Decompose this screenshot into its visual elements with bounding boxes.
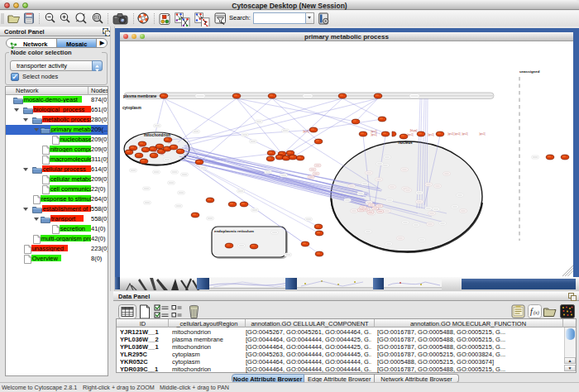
svg-text:plasma membrane: plasma membrane bbox=[123, 94, 157, 98]
svg-text:[qrs1]: [qrs1] bbox=[448, 132, 454, 136]
svg-text:[hk,pq]: [hk,pq] bbox=[410, 129, 418, 132]
svg-text:unassigned: unassigned bbox=[519, 69, 540, 74]
svg-text:[a]: [a] bbox=[139, 145, 141, 148]
svg-text:[qrs1]: [qrs1] bbox=[455, 132, 461, 136]
svg-text:[qrs1]: [qrs1] bbox=[480, 132, 486, 136]
svg-text:[qrs1]: [qrs1] bbox=[304, 130, 309, 133]
svg-text:[qrs1]: [qrs1] bbox=[408, 133, 414, 136]
svg-text:nucleus: nucleus bbox=[398, 141, 413, 145]
svg-text:cytoplasm: cytoplasm bbox=[122, 106, 141, 110]
svg-text:endoplasmic reticulum: endoplasmic reticulum bbox=[214, 229, 254, 233]
svg-text:[qrs1]: [qrs1] bbox=[462, 132, 468, 136]
svg-text:[qrs1]: [qrs1] bbox=[371, 133, 377, 136]
svg-text:mitochondrion: mitochondrion bbox=[144, 133, 170, 137]
svg-text:[a]: [a] bbox=[160, 152, 163, 155]
svg-text:[qrs1]: [qrs1] bbox=[428, 133, 434, 136]
svg-text:[a]: [a] bbox=[168, 141, 170, 144]
svg-text:[a]: [a] bbox=[154, 150, 156, 153]
svg-text:(x): (x) bbox=[534, 310, 539, 316]
